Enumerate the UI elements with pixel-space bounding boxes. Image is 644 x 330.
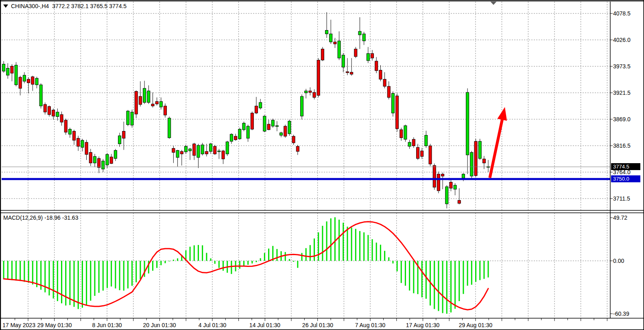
chart-title-text: CHINA300-,H4 3772.2 3782.1 3765.5 3774.5 xyxy=(11,3,127,9)
mt4-chart-window: CHINA300-,H4 3772.2 3782.1 3765.5 3774.5… xyxy=(0,0,644,330)
price-axis-label: 4026.0 xyxy=(613,37,631,43)
support-line[interactable] xyxy=(2,178,610,180)
macd-axis-max-label: 49.72 xyxy=(613,214,627,221)
x-axis-ticks xyxy=(15,318,607,321)
time-axis-label: 14 Jul 01:30 xyxy=(249,322,280,328)
chart-canvas[interactable] xyxy=(0,0,644,330)
time-axis-label: 26 Jul 01:30 xyxy=(302,322,333,328)
grid xyxy=(2,2,610,318)
last-bar-marker xyxy=(491,2,497,5)
price-axis-label: 3973.5 xyxy=(613,63,631,70)
time-axis-label: 4 Jul 01:30 xyxy=(199,322,227,328)
chart-title-triangle-icon xyxy=(3,4,8,8)
price-axis-label: 4078.5 xyxy=(613,10,631,17)
time-axis-label: 20 Jun 01:30 xyxy=(143,322,176,328)
time-axis-label: 29 Aug 01:30 xyxy=(459,322,493,328)
time-axis-label: 29 May 01:30 xyxy=(37,322,72,328)
chart-title: CHINA300-,H4 3772.2 3782.1 3765.5 3774.5 xyxy=(3,3,127,9)
price-axis-label: 3921.5 xyxy=(613,90,631,96)
time-axis-label: 7 Aug 01:30 xyxy=(355,322,386,328)
price-axis-label: 3816.5 xyxy=(613,142,631,149)
trend-arrow[interactable] xyxy=(490,107,507,178)
time-axis-label: 8 Jun 01:30 xyxy=(92,322,122,328)
support-level-badge: 3750.0 xyxy=(611,175,640,182)
macd-indicator-label: MACD(12,26,9) -18.96 -31.63 xyxy=(3,214,78,221)
macd-signal-line xyxy=(4,222,488,310)
macd-axis-zero-label: 0.00 xyxy=(613,258,624,264)
time-axis-label: 17 May 2023 xyxy=(2,322,35,328)
price-axis-label: 3869.0 xyxy=(613,116,631,122)
time-axis-label: 17 Aug 01:30 xyxy=(406,322,440,328)
current-price-badge: 3774.5 xyxy=(611,163,640,170)
macd-axis-min-label: -60.39 xyxy=(613,310,629,317)
macd-histogram xyxy=(3,217,489,314)
price-axis-label: 3711.5 xyxy=(613,195,630,202)
